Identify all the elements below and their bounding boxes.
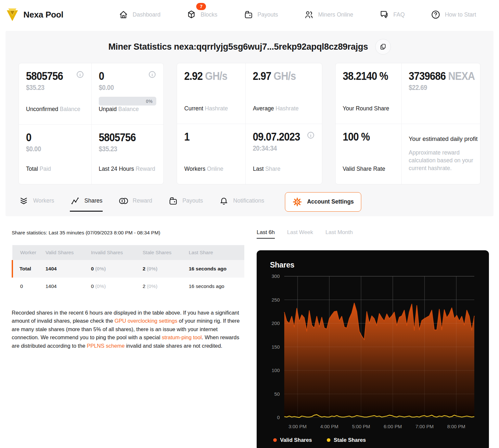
nav-item-dashboard[interactable]: Dashboard (119, 10, 160, 19)
svg-text:5:00 PM: 5:00 PM (352, 424, 370, 429)
legend-dot (273, 438, 277, 442)
stat-label: Unpaid (99, 106, 117, 112)
stat-value: 2.92 (184, 69, 202, 82)
card-last-24h-reward: 5805756 $35.23 Last 24 Hours Reward (91, 124, 164, 184)
stat-value: 3739686 (409, 69, 446, 82)
range-tab-last-month[interactable]: Last Month (326, 229, 353, 239)
inline-link[interactable]: GPU overclocking settings (114, 318, 177, 324)
stat-value: 100 % (343, 130, 388, 143)
nav-item-how-to-start[interactable]: How to Start (431, 10, 476, 19)
stat-value: 0 (99, 69, 104, 82)
legend-item-stale-shares[interactable]: Stale Shares (327, 437, 366, 443)
unpaid-progress-bar: 0% (99, 97, 157, 106)
stat-unit: GH/s (271, 69, 296, 82)
svg-text:250: 250 (272, 297, 280, 302)
bell-icon (219, 196, 229, 206)
svg-text:150: 150 (272, 344, 280, 349)
svg-text:200: 200 (272, 320, 280, 326)
range-tab-last-6h[interactable]: Last 6h (257, 229, 275, 239)
stat-label: Your Round Share (343, 105, 389, 112)
stat-usd: $0.00 (99, 83, 149, 92)
inline-link[interactable]: PPLNS scheme (87, 343, 124, 349)
stat-label: Last (253, 166, 263, 172)
stat-usd: $0.00 (26, 145, 77, 153)
card-last-share: 09.07.2023 20:34:34 Last Share (245, 124, 322, 184)
tab-label: Notifications (233, 197, 264, 204)
nav-label: How to Start (445, 11, 476, 18)
stat-label: Current (184, 105, 203, 112)
chat-icon (379, 10, 389, 19)
inline-link[interactable]: stratum-ping tool (162, 334, 202, 340)
svg-text:100: 100 (272, 367, 280, 373)
stat-label: Last 24 Hours (99, 166, 134, 172)
stat-value: 5805756 (26, 69, 63, 82)
tab-label: Payouts (183, 197, 203, 204)
chart-legend: Valid SharesStale Shares (273, 437, 489, 443)
brand-name: Nexa Pool (23, 10, 63, 20)
blocks-badge: 7 (196, 3, 206, 10)
tab-shares[interactable]: Shares (70, 192, 103, 212)
card-average-hashrate: 2.97 GH/s Average Hashrate (245, 63, 322, 124)
nav-label: Dashboard (133, 11, 160, 18)
svg-text:4:00 PM: 4:00 PM (320, 424, 339, 429)
nav-item-faq[interactable]: FAQ (379, 10, 405, 19)
card-daily-nexa: 3739686 NEXA $22.69 (401, 63, 480, 124)
shares-table: Worker Valid Shares Invalid Shares Stale… (12, 245, 244, 295)
copy-address-button[interactable] (375, 39, 391, 55)
stat-label: Valid Share Rate (343, 166, 385, 172)
account-settings-button[interactable]: Account Settings (285, 192, 361, 212)
gear-icon (292, 197, 302, 207)
profit-note-text: Approximate reward calculation based on … (409, 149, 480, 172)
miner-stats-panel: Miner Statistics nexa:qqrrlyjg5sg6wuj7..… (6, 31, 493, 216)
nav-item-blocks[interactable]: Blocks 7 (186, 10, 217, 19)
info-icon[interactable] (307, 131, 315, 139)
brand[interactable]: Nexa Pool (6, 7, 63, 22)
top-nav: Nexa Pool Dashboard Blocks 7 Payouts Min… (0, 0, 499, 29)
card-workers-online: 1 Workers Online (177, 124, 245, 184)
profit-note-title: Your estimated daily profit (409, 135, 480, 143)
stat-usd: $35.23 (26, 83, 77, 92)
legend-label: Valid Shares (280, 437, 312, 443)
legend-item-valid-shares[interactable]: Valid Shares (273, 437, 312, 443)
table-row-total: Total 1404 0 (0%) 2 (0%) 16 seconds ago (12, 260, 244, 278)
tab-label: Shares (84, 197, 102, 204)
tab-workers[interactable]: Workers (19, 192, 55, 212)
question-circle-icon (431, 10, 441, 19)
nexa-logo-icon (6, 7, 19, 22)
cube-icon (186, 10, 196, 19)
stat-value: 2.97 (253, 69, 271, 82)
progress-label: 0% (146, 99, 152, 104)
info-icon[interactable] (76, 70, 84, 79)
stat-value: 1 (184, 130, 232, 143)
tab-reward[interactable]: Reward (118, 192, 152, 212)
scatter-chart-icon (70, 196, 80, 206)
svg-text:7:00 PM: 7:00 PM (416, 424, 434, 429)
svg-text:50: 50 (274, 391, 280, 396)
info-icon[interactable] (148, 70, 156, 79)
stat-usd: $22.69 (409, 83, 475, 92)
nav-item-miners-online[interactable]: Miners Online (304, 10, 353, 19)
stat-value: 0 (26, 131, 77, 144)
tab-payouts[interactable]: Payouts (168, 192, 203, 212)
stat-usd: $35.23 (99, 145, 149, 153)
stat-value: 09.07.2023 (253, 130, 300, 143)
tab-notifications[interactable]: Notifications (219, 192, 264, 212)
table-header-row: Worker Valid Shares Invalid Shares Stale… (12, 245, 244, 260)
col-worker: Worker (12, 245, 43, 260)
stat-unit: GH/s (203, 69, 227, 82)
range-tabs: Last 6h Last Week Last Month (257, 229, 489, 239)
card-unconfirmed-balance: 5805756 $35.23 Unconfirmed Balance (19, 63, 91, 124)
legend-dot (327, 438, 330, 442)
svg-text:6:00 PM: 6:00 PM (384, 424, 402, 429)
nav-item-payouts[interactable]: Payouts (244, 10, 278, 19)
card-estimated-profit-note: Your estimated daily profit Approximate … (401, 124, 480, 184)
main-nav: Dashboard Blocks 7 Payouts Miners Online… (106, 10, 489, 19)
range-tab-last-week[interactable]: Last Week (287, 229, 313, 239)
shares-area-chart: 0501001502002503003:00 PM4:00 PM5:00 PM6… (257, 271, 489, 434)
nav-label: Miners Online (318, 11, 353, 18)
share-stats-column: Share statistics: Last 35 minutes (07/09… (12, 229, 244, 448)
stat-unit: NEXA (446, 69, 475, 82)
nav-label: FAQ (393, 11, 405, 18)
wallet-icon (244, 10, 253, 19)
chart-column: Last 6h Last Week Last Month Shares 0501… (257, 229, 489, 448)
